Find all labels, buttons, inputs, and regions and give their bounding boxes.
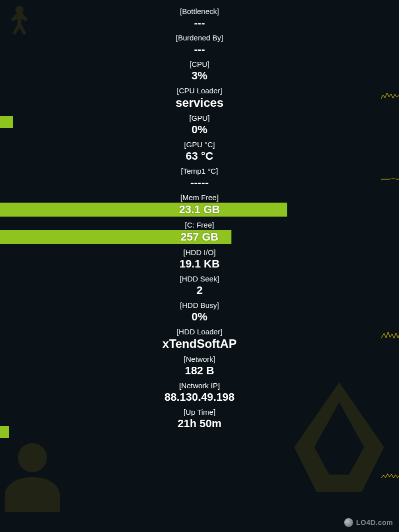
gpu-label: [GPU] bbox=[190, 114, 210, 122]
watermark-text: LO4D.com bbox=[356, 519, 393, 527]
network-value: 182 B bbox=[185, 364, 214, 377]
system-monitor-overlay: [Bottleneck] --- [Burdened By] --- [CPU]… bbox=[0, 0, 399, 532]
mem-free-bar: 23.1 GB bbox=[0, 203, 399, 217]
network-ip-label: [Network IP] bbox=[179, 381, 220, 390]
cpu-loader-label: [CPU Loader] bbox=[177, 86, 222, 95]
mem-free-label: [Mem Free] bbox=[181, 193, 219, 202]
mem-free-bar-fill bbox=[0, 203, 287, 217]
mem-free-value: 23.1 GB bbox=[179, 203, 220, 216]
gpu-temp-label: [GPU °C] bbox=[184, 140, 215, 149]
hdd-io-label: [HDD I/O] bbox=[183, 248, 215, 257]
network-label: [Network] bbox=[184, 355, 215, 363]
c-free-bar: 257 GB bbox=[0, 230, 399, 244]
uptime-value: 21h 50m bbox=[178, 417, 221, 430]
temp1-label: [Temp1 °C] bbox=[181, 167, 218, 175]
watermark-logo-icon bbox=[344, 518, 353, 527]
hdd-seek-value: 2 bbox=[197, 284, 202, 297]
bottleneck-label: [Bottleneck] bbox=[180, 7, 219, 15]
temp1-value: ----- bbox=[191, 176, 209, 189]
watermark: LO4D.com bbox=[344, 518, 393, 527]
burdened-by-value: --- bbox=[194, 43, 205, 56]
burdened-by-label: [Burdened By] bbox=[176, 33, 223, 42]
bottleneck-value: --- bbox=[194, 16, 205, 29]
network-ip-value: 88.130.49.198 bbox=[165, 391, 235, 404]
c-free-label: [C: Free] bbox=[185, 221, 214, 229]
c-free-value: 257 GB bbox=[181, 231, 218, 244]
hdd-loader-label: [HDD Loader] bbox=[177, 327, 222, 336]
cpu-loader-value: services bbox=[176, 96, 223, 110]
cpu-value: 3% bbox=[192, 69, 207, 82]
hdd-seek-label: [HDD Seek] bbox=[180, 274, 219, 283]
gpu-temp-value: 63 °C bbox=[186, 150, 213, 163]
gpu-value: 0% bbox=[192, 123, 207, 136]
uptime-label: [Up Time] bbox=[184, 408, 215, 416]
hdd-busy-value: 0% bbox=[192, 310, 207, 323]
hdd-io-value: 19.1 KB bbox=[180, 258, 220, 270]
hdd-busy-label: [HDD Busy] bbox=[180, 301, 219, 309]
hdd-loader-value: xTendSoftAP bbox=[163, 337, 237, 351]
cpu-label: [CPU] bbox=[190, 60, 209, 68]
